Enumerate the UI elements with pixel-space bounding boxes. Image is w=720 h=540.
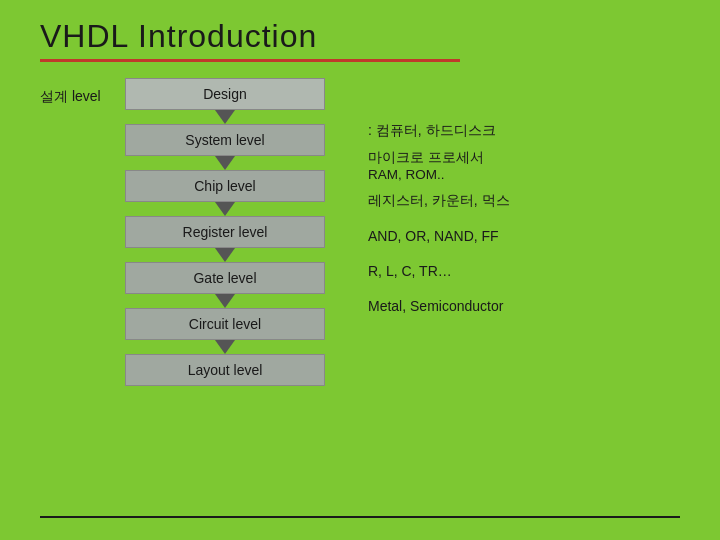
chip-level-box: Chip level — [125, 170, 325, 202]
register-level-label: Register level — [183, 224, 268, 240]
desc-chip: 마이크로 프로세서 RAM, ROM.. — [368, 148, 510, 183]
gate-desc-text: AND, OR, NAND, FF — [368, 228, 499, 244]
arrow-2 — [215, 202, 235, 216]
system-level-box: System level — [125, 124, 325, 156]
bottom-divider — [40, 516, 680, 518]
arrow-0 — [215, 110, 235, 124]
register-level-box: Register level — [125, 216, 325, 248]
slide: VHDL Introduction 설계 level Design System… — [0, 0, 720, 540]
arrow-4 — [215, 294, 235, 308]
design-level-label: 설계 level — [40, 78, 110, 386]
title-area: VHDL Introduction — [0, 0, 720, 68]
title-underline — [40, 59, 460, 62]
chip-desc-line2: RAM, ROM.. — [368, 167, 510, 182]
arrow-1 — [215, 156, 235, 170]
layout-level-label: Layout level — [188, 362, 263, 378]
layout-desc-text: Metal, Semiconductor — [368, 298, 503, 314]
content-area: 설계 level Design System level Chip level … — [0, 68, 720, 386]
desc-system: : 컴퓨터, 하드디스크 — [368, 113, 510, 148]
arrow-5 — [215, 340, 235, 354]
system-desc-text: : 컴퓨터, 하드디스크 — [368, 122, 496, 140]
system-level-label: System level — [185, 132, 264, 148]
desc-gate: AND, OR, NAND, FF — [368, 218, 510, 253]
gate-level-box: Gate level — [125, 262, 325, 294]
chip-desc-line1: 마이크로 프로세서 — [368, 149, 510, 167]
gate-level-label: Gate level — [193, 270, 256, 286]
design-label: Design — [203, 86, 247, 102]
desc-circuit: R, L, C, TR… — [368, 253, 510, 288]
register-desc-text: 레지스터, 카운터, 먹스 — [368, 192, 510, 210]
desc-spacer-design — [368, 78, 510, 113]
circuit-level-label: Circuit level — [189, 316, 261, 332]
design-box: Design — [125, 78, 325, 110]
layout-level-box: Layout level — [125, 354, 325, 386]
circuit-desc-text: R, L, C, TR… — [368, 263, 452, 279]
circuit-level-box: Circuit level — [125, 308, 325, 340]
hierarchy-column: Design System level Chip level Register … — [110, 78, 340, 386]
arrow-3 — [215, 248, 235, 262]
desc-layout: Metal, Semiconductor — [368, 288, 510, 323]
page-title: VHDL Introduction — [40, 18, 680, 55]
desc-register: 레지스터, 카운터, 먹스 — [368, 183, 510, 218]
chip-level-label: Chip level — [194, 178, 255, 194]
